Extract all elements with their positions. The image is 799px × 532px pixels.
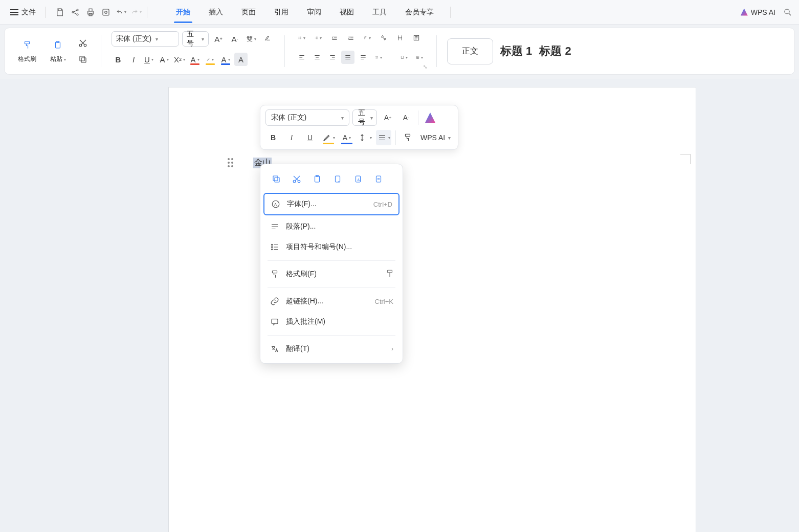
format-painter-pin-icon[interactable] (385, 269, 394, 280)
search-icon[interactable] (783, 7, 793, 17)
file-menu-button[interactable]: 文件 (6, 6, 40, 19)
mini-italic-button[interactable]: I (284, 130, 299, 145)
mini-highlight-button[interactable] (321, 130, 336, 145)
tab-member[interactable]: 会员专享 (403, 2, 436, 23)
print-preview-icon[interactable] (101, 7, 111, 17)
ctx-paste-list-icon[interactable] (372, 172, 385, 186)
ctx-bullets-item[interactable]: 项目符号和编号(N)... (260, 237, 403, 257)
style-normal[interactable]: 正文 (447, 38, 493, 64)
paste-button[interactable]: 粘贴 (45, 39, 71, 63)
mini-decrease-font-button[interactable]: A- (398, 110, 414, 125)
share-icon[interactable] (70, 7, 80, 17)
increase-indent-button[interactable] (344, 31, 358, 45)
ctx-hyperlink-item[interactable]: 超链接(H)... Ctrl+K (260, 291, 403, 312)
svg-rect-35 (376, 176, 381, 182)
paragraph-marks-button[interactable] (410, 31, 423, 45)
sort-button[interactable] (377, 31, 390, 45)
strikethrough-button[interactable]: A (158, 53, 171, 66)
text-direction-button[interactable] (361, 31, 374, 45)
format-painter-button[interactable]: 格式刷 (14, 39, 40, 63)
style-heading1[interactable]: 标题 1 (500, 43, 532, 59)
align-center-button[interactable] (310, 51, 324, 64)
save-icon[interactable] (55, 7, 65, 17)
bullets-icon (270, 242, 280, 252)
ctx-paste-text-icon[interactable]: A (351, 172, 365, 186)
line-spacing-button[interactable] (372, 51, 385, 64)
mini-line-spacing-button[interactable] (358, 130, 373, 145)
increase-font-button[interactable]: A+ (212, 32, 225, 46)
font-name-combo[interactable]: 宋体 (正文) ▾ (112, 31, 179, 47)
align-left-button[interactable] (295, 51, 308, 64)
wps-ai-button[interactable]: WPS AI (741, 8, 775, 16)
decrease-indent-button[interactable] (328, 31, 341, 45)
mini-bold-button[interactable]: B (265, 130, 281, 145)
ctx-format-painter-item[interactable]: 格式刷(F) (260, 264, 403, 284)
style-heading2[interactable]: 标题 2 (539, 43, 571, 59)
svg-rect-27 (273, 176, 278, 181)
undo-button[interactable] (116, 7, 126, 17)
print-icon[interactable] (85, 7, 96, 17)
mini-align-button[interactable] (376, 130, 391, 145)
copy-button[interactable] (75, 53, 91, 66)
tab-references[interactable]: 引用 (272, 2, 291, 23)
cut-button[interactable] (75, 36, 91, 50)
ai-logo-icon (741, 9, 748, 16)
hyperlink-icon (270, 296, 280, 306)
ctx-paste-format-icon[interactable] (331, 172, 344, 186)
tab-page[interactable]: 页面 (239, 2, 258, 23)
mini-ai-icon[interactable] (423, 110, 438, 125)
mini-wps-ai-button[interactable]: WPS AI ▾ (418, 134, 453, 142)
mini-font-size-combo[interactable]: 五号 ▾ (352, 109, 377, 126)
mini-increase-font-button[interactable]: A+ (380, 110, 395, 125)
align-right-button[interactable] (326, 51, 339, 64)
chevron-right-icon: › (391, 345, 393, 352)
superscript-button[interactable]: X2 (173, 53, 186, 66)
tab-tools[interactable]: 工具 (370, 2, 389, 23)
bold-button[interactable]: B (112, 53, 125, 66)
distribute-button[interactable] (357, 51, 370, 64)
tab-home[interactable]: 开始 (174, 2, 192, 23)
tab-view[interactable]: 视图 (338, 2, 356, 23)
paragraph-dialog-launcher[interactable]: ⤡ (423, 64, 427, 70)
italic-button[interactable]: I (127, 53, 140, 66)
highlight-button[interactable] (204, 53, 217, 66)
mini-underline-button[interactable]: U (302, 130, 318, 145)
document-page[interactable] (169, 87, 696, 532)
mini-format-painter-button[interactable] (400, 130, 415, 145)
decrease-font-button[interactable]: A- (228, 32, 241, 46)
ctx-cut-icon[interactable] (290, 172, 303, 186)
ctx-paragraph-item[interactable]: 段落(P)... (260, 216, 403, 237)
drag-handle-icon[interactable] (228, 158, 233, 167)
ctx-translate-item[interactable]: 翻译(T) › (260, 339, 403, 359)
ctx-font-item[interactable]: A 字体(F)... Ctrl+D (263, 193, 400, 215)
svg-text:A: A (358, 178, 360, 182)
ctx-paste-icon[interactable] (310, 172, 324, 186)
svg-rect-41 (273, 271, 277, 273)
mini-font-color-button[interactable]: A (339, 130, 354, 145)
ctx-format-painter-label: 格式刷(F) (286, 270, 317, 279)
numbered-list-button[interactable]: 12 (312, 31, 325, 45)
redo-button[interactable] (131, 7, 142, 17)
underline-button[interactable]: U (142, 53, 156, 66)
borders-button[interactable] (413, 51, 426, 64)
shading-button[interactable] (397, 51, 411, 64)
font-size-combo[interactable]: 五号 ▾ (182, 31, 209, 47)
align-justify-button[interactable] (341, 51, 354, 64)
phonetic-guide-button[interactable]: 雙 (245, 32, 258, 46)
bullet-list-button[interactable] (295, 31, 308, 45)
ctx-copy-icon[interactable] (270, 172, 283, 186)
ctx-hyperlink-shortcut: Ctrl+K (375, 298, 393, 305)
clear-formatting-button[interactable] (261, 32, 274, 46)
svg-point-9 (785, 9, 789, 14)
tab-insert[interactable]: 插入 (207, 2, 225, 23)
ctx-comment-item[interactable]: 插入批注(M) (260, 312, 403, 332)
mini-font-name-combo[interactable]: 宋体 (正文) ▾ (265, 109, 349, 126)
tab-review[interactable]: 审阅 (305, 2, 323, 23)
font-color-button[interactable]: A (188, 53, 202, 66)
mini-font-size-value: 五号 (358, 108, 365, 127)
topbar-right: WPS AI (741, 7, 793, 17)
show-marks-button[interactable] (393, 31, 407, 45)
character-shading-button[interactable]: A (234, 53, 248, 66)
font-color2-button[interactable]: A (219, 53, 232, 66)
format-painter-icon (23, 39, 32, 53)
